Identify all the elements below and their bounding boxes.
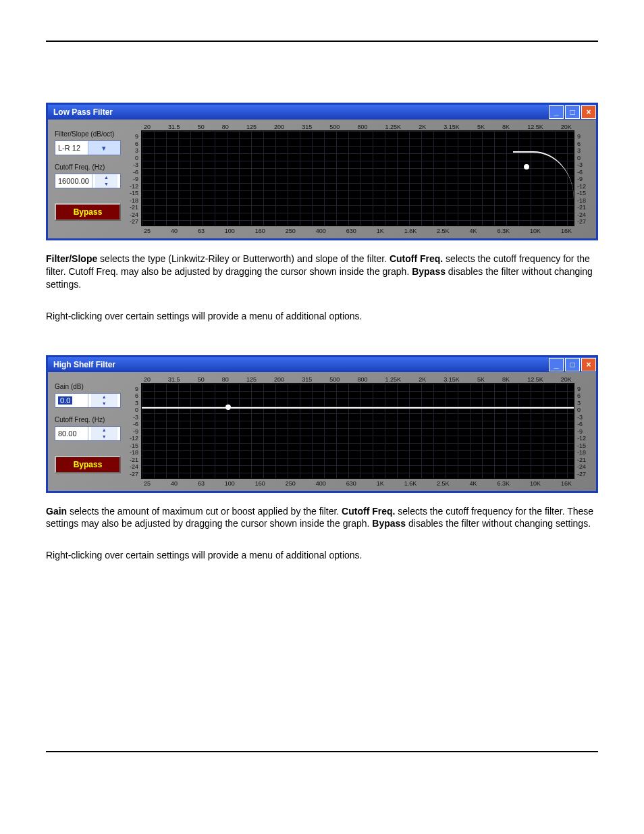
high-shelf-controls: Gain (dB) 0.0 ▲▼ Cutoff Freq. (Hz) 80.00… xyxy=(52,376,124,487)
high-shelf-graph: 9630-3-6-9-12-15-18-21-24-27 2031.550801… xyxy=(124,376,592,487)
x-axis-bottom: 2540631001602504006301K1.6K2.5K4K6.3K10K… xyxy=(141,228,574,234)
spin-down-icon[interactable]: ▼ xyxy=(91,400,118,407)
gain-value: 0.0 xyxy=(58,396,72,405)
maximize-icon[interactable]: □ xyxy=(565,105,580,119)
y-axis-left: 9630-3-6-9-12-15-18-21-24-27 xyxy=(124,124,138,234)
close-icon[interactable]: × xyxy=(581,105,596,119)
cutoff-spinner[interactable]: 80.00 ▲▼ xyxy=(55,426,121,441)
maximize-icon[interactable]: □ xyxy=(565,358,580,371)
low-pass-graph: 9630-3-6-9-12-15-18-21-24-27 2031.550801… xyxy=(124,124,592,234)
filter-slope-label: Filter/Slope (dB/oct) xyxy=(55,130,121,138)
y-axis-right: 9630-3-6-9-12-15-18-21-24-27 xyxy=(577,124,592,234)
spin-up-icon[interactable]: ▲ xyxy=(91,394,118,400)
cutoff-label: Cutoff Freq. (Hz) xyxy=(55,163,121,171)
low-pass-desc-2: Right-clicking over certain settings wil… xyxy=(46,310,598,323)
y-axis-left: 9630-3-6-9-12-15-18-21-24-27 xyxy=(124,376,138,487)
minimize-icon[interactable]: _ xyxy=(549,105,564,119)
filter-curve xyxy=(142,407,574,409)
spin-up-icon[interactable]: ▲ xyxy=(95,174,117,181)
spin-up-icon[interactable]: ▲ xyxy=(91,427,118,434)
titlebar[interactable]: Low Pass Filter _ □ × xyxy=(48,105,596,120)
low-pass-desc-1: Filter/Slope selects the type (Linkwitz-… xyxy=(46,253,598,291)
window-title: High Shelf Filter xyxy=(53,360,115,369)
spin-down-icon[interactable]: ▼ xyxy=(95,181,117,188)
y-axis-right: 9630-3-6-9-12-15-18-21-24-27 xyxy=(577,376,592,487)
spin-down-icon[interactable]: ▼ xyxy=(91,434,118,440)
filter-slope-combo[interactable]: L-R 12 ▾ xyxy=(55,140,121,155)
x-axis-top: 2031.550801252003155008001.25K2K3.15K5K8… xyxy=(141,124,574,130)
close-icon[interactable]: × xyxy=(581,358,596,371)
low-pass-window: Low Pass Filter _ □ × Filter/Slope (dB/o… xyxy=(46,103,598,240)
plot-area[interactable] xyxy=(141,130,574,226)
x-axis-top: 2031.550801252003155008001.25K2K3.15K5K8… xyxy=(141,376,574,383)
drag-cursor-icon[interactable] xyxy=(225,405,231,410)
cutoff-spinner[interactable]: 16000.00 ▲▼ xyxy=(55,174,121,188)
gain-label: Gain (dB) xyxy=(55,383,121,390)
top-rule xyxy=(46,41,598,42)
high-shelf-desc-1: Gain selects the amount of maximum cut o… xyxy=(46,505,598,531)
bottom-rule xyxy=(46,751,598,752)
cutoff-value: 16000.00 xyxy=(55,177,92,185)
cutoff-label: Cutoff Freq. (Hz) xyxy=(55,416,121,423)
bypass-button[interactable]: Bypass xyxy=(55,203,121,221)
filter-slope-value: L-R 12 xyxy=(55,144,88,152)
plot-area[interactable] xyxy=(141,383,574,479)
chevron-down-icon[interactable]: ▾ xyxy=(88,141,121,155)
high-shelf-window: High Shelf Filter _ □ × Gain (dB) 0.0 ▲▼… xyxy=(46,355,598,493)
x-axis-bottom: 2540631001602504006301K1.6K2.5K4K6.3K10K… xyxy=(141,480,574,487)
bypass-button[interactable]: Bypass xyxy=(55,456,121,473)
high-shelf-desc-2: Right-clicking over certain settings wil… xyxy=(46,549,598,562)
gain-spinner[interactable]: 0.0 ▲▼ xyxy=(55,393,121,408)
titlebar[interactable]: High Shelf Filter _ □ × xyxy=(48,357,596,372)
drag-cursor-icon[interactable] xyxy=(524,164,529,170)
filter-curve xyxy=(513,151,574,207)
window-title: Low Pass Filter xyxy=(53,107,113,117)
cutoff-value: 80.00 xyxy=(55,429,88,438)
low-pass-controls: Filter/Slope (dB/oct) L-R 12 ▾ Cutoff Fr… xyxy=(52,124,124,234)
minimize-icon[interactable]: _ xyxy=(549,358,564,371)
